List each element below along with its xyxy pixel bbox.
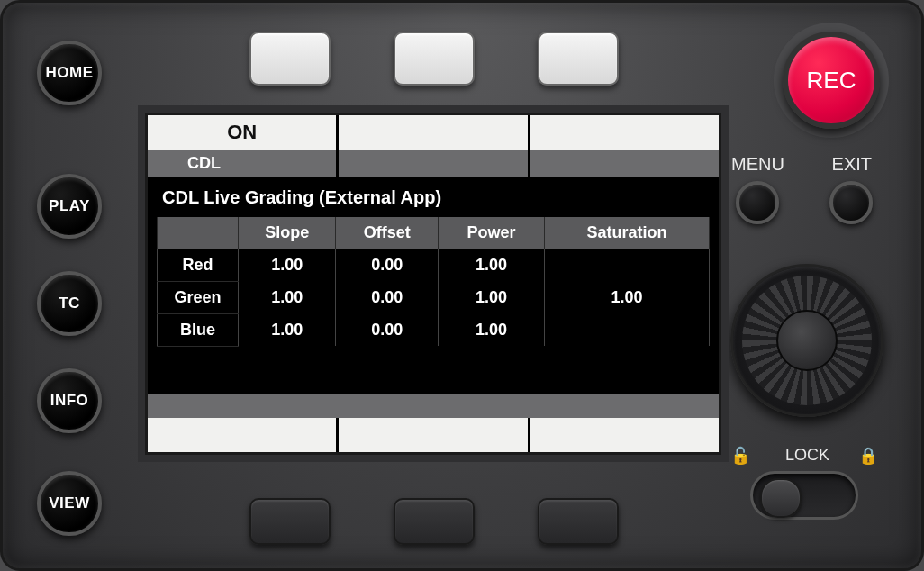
screen-top-soft-3[interactable] <box>530 115 719 150</box>
view-button[interactable]: VIEW <box>37 471 102 536</box>
col-offset: Offset <box>336 217 439 249</box>
home-label: HOME <box>46 64 94 82</box>
menu-label: MENU <box>731 154 784 175</box>
view-label: VIEW <box>49 494 89 512</box>
menu-button[interactable] <box>736 181 779 224</box>
info-label: INFO <box>50 392 89 410</box>
green-slope: 1.00 <box>239 281 336 313</box>
lock-open-icon: 🔓 <box>730 446 750 466</box>
top-softkey-1[interactable] <box>249 32 331 86</box>
tc-label: TC <box>59 295 80 313</box>
home-button[interactable]: HOME <box>37 41 102 105</box>
screen-bottom-soft-3[interactable] <box>530 418 719 452</box>
lock-label: LOCK <box>785 446 829 465</box>
lock-closed-icon: 🔒 <box>858 446 878 466</box>
red-offset: 0.00 <box>336 249 439 281</box>
screen-spacer <box>148 347 719 395</box>
top-softkey-2[interactable] <box>394 32 475 86</box>
screen-bottom-softrow <box>148 418 719 452</box>
top-softkey-3[interactable] <box>538 32 619 86</box>
col-saturation: Saturation <box>544 217 709 249</box>
col-blank <box>158 217 239 249</box>
blue-offset: 0.00 <box>336 313 439 346</box>
device-body: HOME PLAY TC INFO VIEW REC MENU EXIT 🔓 L… <box>0 0 924 571</box>
col-slope: Slope <box>239 217 336 249</box>
exit-button[interactable] <box>829 181 873 224</box>
record-label: REC <box>807 67 856 95</box>
screen-top-soft-2[interactable] <box>339 115 527 150</box>
play-button[interactable]: PLAY <box>37 174 102 239</box>
bottom-softkey-3[interactable] <box>538 498 619 545</box>
row-red-label: Red <box>158 249 239 281</box>
exit-label: EXIT <box>832 154 872 175</box>
red-power: 1.00 <box>439 249 545 281</box>
screen-bottom-soft-2[interactable] <box>339 418 527 452</box>
screen-title: CDL Live Grading (External App) <box>148 177 719 217</box>
screen-bottom-greybar <box>148 394 719 418</box>
tc-button[interactable]: TC <box>37 271 102 336</box>
red-slope: 1.00 <box>239 249 336 281</box>
screen-tab-empty-1 <box>339 150 527 177</box>
screen-top-soft-1[interactable]: ON <box>148 115 336 150</box>
lock-slider[interactable] <box>750 471 858 520</box>
record-button[interactable]: REC <box>783 32 880 129</box>
play-label: PLAY <box>49 197 90 215</box>
screen-top-softrow: ON <box>148 115 719 150</box>
table-row-red: Red 1.00 0.00 1.00 1.00 <box>158 249 710 281</box>
screen-bottom-soft-1[interactable] <box>148 418 336 452</box>
screen-tab-empty-2 <box>530 150 719 177</box>
screen-tab-row: CDL <box>148 150 719 177</box>
bottom-softkey-2[interactable] <box>394 498 475 545</box>
screen-tab-cdl[interactable]: CDL <box>148 150 336 177</box>
blue-power: 1.00 <box>439 313 545 346</box>
green-power: 1.00 <box>439 281 545 313</box>
saturation-value: 1.00 <box>544 249 709 346</box>
bottom-softkey-1[interactable] <box>249 498 331 545</box>
row-green-label: Green <box>158 281 239 313</box>
info-button[interactable]: INFO <box>37 368 102 433</box>
col-power: Power <box>439 217 545 249</box>
lcd-screen: ON CDL CDL Live Grading (External App) S… <box>145 113 721 455</box>
jog-dial[interactable] <box>730 264 883 417</box>
green-offset: 0.00 <box>336 281 439 313</box>
cdl-table: Slope Offset Power Saturation Red 1.00 0… <box>157 217 710 347</box>
blue-slope: 1.00 <box>239 313 336 346</box>
row-blue-label: Blue <box>158 313 239 346</box>
